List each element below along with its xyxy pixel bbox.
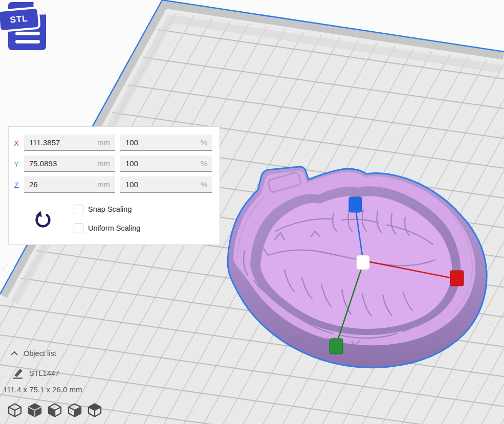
scale-y-percent-input[interactable] [120, 159, 201, 168]
unit-percent: % [201, 180, 212, 189]
stl-file-icon: STL [0, 0, 47, 51]
unit-mm: mm [97, 180, 115, 189]
camera-view-toolbar [7, 403, 102, 419]
scale-handle-x[interactable] [450, 271, 464, 286]
axis-label-y: Y [9, 160, 24, 168]
scale-x-mm-input[interactable] [24, 138, 97, 147]
object-list-item[interactable]: STL1447 [12, 368, 59, 379]
snap-scaling-row: Snap Scaling [74, 204, 132, 214]
view-front-icon [27, 403, 42, 418]
view-right-button[interactable] [87, 403, 102, 419]
snap-scaling-checkbox[interactable] [74, 205, 83, 214]
unit-mm: mm [97, 138, 115, 147]
object-list-header[interactable]: Object list [10, 349, 56, 358]
stl-badge-label: STL [10, 14, 29, 26]
scale-y-percent-field: % [120, 155, 212, 172]
scale-z-percent-field: % [120, 176, 212, 193]
reset-scale-button[interactable] [33, 210, 52, 230]
reset-rotate-ccw-icon [34, 210, 51, 229]
view-3d-icon [7, 403, 23, 418]
uniform-scaling-checkbox[interactable] [74, 224, 83, 233]
scale-z-mm-input[interactable] [24, 180, 97, 189]
stl-badge: STL [0, 7, 41, 33]
view-left-button[interactable] [67, 403, 82, 419]
unit-percent: % [201, 159, 212, 168]
view-front-button[interactable] [27, 403, 42, 419]
scale-y-mm-input[interactable] [24, 159, 97, 168]
axis-label-z: Z [9, 181, 24, 189]
model-dimensions-label: 111.4 x 75.1 x 26.0 mm [3, 385, 82, 394]
pencil-icon [12, 368, 24, 379]
view-left-icon [67, 403, 82, 418]
scale-x-percent-field: % [120, 135, 212, 151]
scale-y-mm-field: mm [24, 155, 115, 172]
view-top-icon [47, 403, 62, 418]
scale-handle-center[interactable] [357, 255, 369, 270]
axis-label-x: X [9, 139, 24, 147]
unit-percent: % [201, 138, 212, 147]
view-right-icon [87, 403, 102, 418]
scale-z-mm-field: mm [24, 176, 115, 193]
scale-tool-panel: X mm % Y mm % Z mm % [8, 126, 220, 245]
uniform-scaling-label[interactable]: Uniform Scaling [88, 224, 140, 232]
view-3d-button[interactable] [7, 403, 23, 419]
view-top-button[interactable] [47, 403, 62, 419]
object-list-title: Object list [24, 349, 56, 358]
uniform-scaling-row: Uniform Scaling [74, 223, 140, 233]
unit-mm: mm [97, 159, 115, 168]
object-item-name: STL1447 [29, 369, 59, 377]
scale-x-percent-input[interactable] [120, 138, 201, 147]
scale-handle-z[interactable] [349, 197, 362, 212]
snap-scaling-label[interactable]: Snap Scaling [88, 205, 132, 213]
scale-x-mm-field: mm [24, 135, 115, 151]
scale-handle-y[interactable] [330, 339, 343, 354]
chevron-up-icon [10, 351, 18, 356]
scale-z-percent-input[interactable] [120, 180, 201, 189]
